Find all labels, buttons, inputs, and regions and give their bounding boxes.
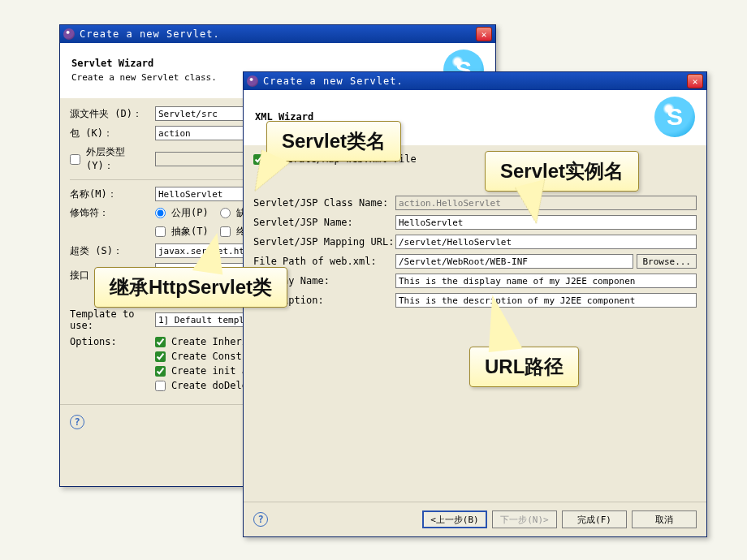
label-modifiers: 修饰符： <box>70 206 155 220</box>
label-file-path: File Path of web.xml: <box>253 256 395 267</box>
enclosing-type-checkbox[interactable] <box>70 154 80 165</box>
titlebar[interactable]: Create a new Servlet. ✕ <box>244 72 706 90</box>
file-path-input[interactable] <box>395 254 633 269</box>
title-text: Create a new Servlet. <box>263 75 687 87</box>
servlet-icon: S <box>654 97 695 137</box>
label-enclosing-type[interactable]: 外层类型 (Y)： <box>70 145 155 173</box>
close-icon[interactable]: ✕ <box>687 74 703 88</box>
opt-constructors-checkbox[interactable] <box>155 351 166 362</box>
back-button[interactable]: <上一步(B) <box>422 510 487 528</box>
finish-button[interactable]: 完成(F) <box>562 510 627 528</box>
mapping-url-input[interactable] <box>395 235 697 249</box>
titlebar[interactable]: Create a new Servlet. ✕ <box>60 25 495 43</box>
mod-default-radio[interactable] <box>220 208 231 218</box>
opt-inherited-checkbox[interactable] <box>155 337 166 347</box>
label-class-name: Servlet/JSP Class Name: <box>253 197 395 209</box>
label-src-folder: 源文件夹 (D)： <box>70 107 155 121</box>
mod-abstract-checkbox[interactable] <box>155 226 166 237</box>
mod-public-label: 公用(P) <box>171 206 209 220</box>
label-mapping-url: Servlet/JSP Mapping URL: <box>253 236 395 248</box>
browse-button[interactable]: Browse... <box>637 254 697 269</box>
callout-url-path-tail <box>482 292 522 352</box>
label-servlet-name: Servlet/JSP Name: <box>253 217 395 228</box>
help-icon[interactable]: ? <box>253 512 268 527</box>
display-name-input[interactable] <box>395 274 697 288</box>
dialog2-footer: ? <上一步(B) 下一步(N)> 完成(F) 取消 <box>244 502 706 536</box>
callout-class-name: Servlet类名 <box>266 121 401 162</box>
callout-instance-name: Servlet实例名 <box>485 151 639 192</box>
cancel-button[interactable]: 取消 <box>632 510 697 528</box>
close-icon[interactable]: ✕ <box>476 27 492 41</box>
eclipse-icon <box>247 75 258 87</box>
title-text: Create a new Servlet. <box>80 28 476 40</box>
help-icon[interactable]: ? <box>70 415 84 429</box>
callout-extends: 继承HttpServlet类 <box>94 267 287 308</box>
label-template: Template to use: <box>70 308 155 331</box>
mod-public-radio[interactable] <box>155 208 166 218</box>
opt-dodelete-checkbox[interactable] <box>155 381 166 391</box>
label-package: 包 (K)： <box>70 127 155 140</box>
next-button: 下一步(N)> <box>492 510 557 528</box>
callout-url-path: URL路径 <box>469 347 579 387</box>
callout-extends-tail <box>192 230 229 275</box>
wizard-title: Servlet Wizard <box>71 58 217 69</box>
opt-init-checkbox[interactable] <box>155 366 166 377</box>
wizard-desc: Create a new Servlet class. <box>71 72 217 83</box>
eclipse-icon <box>63 28 75 40</box>
label-options: Options: <box>70 336 155 347</box>
label-name: 名称(M)： <box>70 187 155 201</box>
label-superclass: 超类 (S)： <box>70 244 155 258</box>
description-input[interactable] <box>395 293 697 308</box>
